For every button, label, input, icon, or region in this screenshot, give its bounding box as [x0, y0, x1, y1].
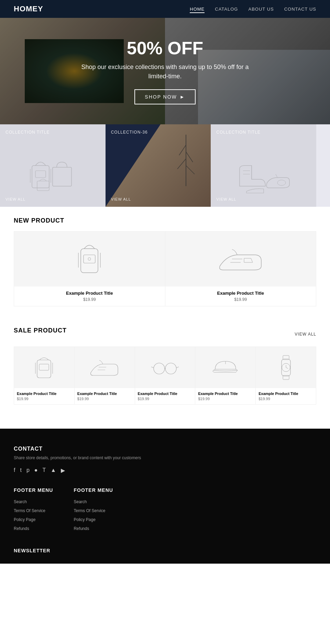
new-product-2-info: Example Product Title $19.99 — [165, 286, 316, 306]
facebook-icon[interactable]: f — [14, 467, 15, 474]
bags-icon — [25, 152, 80, 193]
collection-item-2[interactable]: COLLECTION-36 VIEW ALL — [106, 124, 211, 207]
svg-line-33 — [176, 367, 179, 368]
youtube-icon[interactable]: ▶ — [61, 467, 65, 474]
collection-item-4[interactable] — [316, 124, 330, 207]
sale-product-1-price: $19.99 — [17, 397, 72, 401]
shop-now-button[interactable]: SHOP NOW ► — [134, 89, 195, 104]
newsletter-title: NEWSLETTER — [14, 548, 316, 553]
sale-product-section: SALE PRODUCT VIEW ALL Example Product Ti… — [0, 317, 330, 415]
snapchat-icon[interactable]: ▲ — [51, 467, 56, 474]
nav-item-home[interactable]: HOME — [190, 6, 205, 12]
twig-decoration — [169, 135, 203, 186]
new-product-2-price: $19.99 — [169, 297, 312, 302]
sale-product-item-3[interactable]: Example Product Title $19.99 — [135, 347, 196, 404]
sale-product-1-info: Example Product Title $19.99 — [14, 388, 74, 404]
collection-3-title: COLLECTION TITLE — [216, 130, 260, 135]
shoes-icon — [233, 159, 295, 196]
footer: CONTACT Share store details, promotions,… — [0, 429, 330, 564]
sale-product-2-info: Example Product Title $19.99 — [75, 388, 135, 404]
hero-section: 50% OFF Shop our exclusice collections w… — [0, 18, 330, 124]
nav-item-contact[interactable]: CONTACT US — [284, 6, 316, 12]
hero-title: 50% OFF — [127, 38, 204, 58]
footer-columns: FOOTER MENU Search Terms Of Service Poli… — [14, 487, 316, 534]
svg-line-14 — [276, 174, 277, 178]
new-product-1-info: Example Product Title $19.99 — [14, 286, 165, 306]
footer-link-policy-2[interactable]: Policy Page — [74, 516, 113, 522]
sale-product-3-title: Example Product Title — [138, 392, 192, 396]
nav-item-catalog[interactable]: CATALOG — [215, 6, 238, 12]
nav-links: HOME CATALOG ABOUT US CONTACT US — [190, 6, 316, 12]
footer-link-tos-2[interactable]: Terms Of Service — [74, 507, 113, 513]
new-product-item-1[interactable]: Example Product Title $19.99 — [14, 231, 165, 306]
footer-menu-1-title: FOOTER MENU — [14, 487, 53, 493]
svg-point-29 — [154, 363, 165, 374]
footer-link-policy-1[interactable]: Policy Page — [14, 516, 53, 522]
new-product-1-price: $19.99 — [18, 297, 161, 302]
pinterest-icon[interactable]: p — [26, 467, 30, 474]
collection-1-view-all[interactable]: VIEW ALL — [6, 197, 25, 201]
svg-rect-17 — [84, 255, 95, 263]
twitter-icon[interactable]: t — [20, 467, 21, 474]
sale-product-3-price: $19.99 — [138, 397, 192, 401]
footer-socials: f t p ● T ▲ ▶ — [14, 467, 316, 474]
tumblr-icon[interactable]: T — [42, 467, 46, 474]
svg-rect-5 — [37, 181, 49, 191]
collections-section: COLLECTION TITLE VIEW ALL COLLECTION-36 — [0, 124, 330, 207]
sale-view-all-link[interactable]: VIEW ALL — [295, 332, 316, 337]
sale-product-2-price: $19.99 — [77, 397, 132, 401]
footer-menu-2-title: FOOTER MENU — [74, 487, 113, 493]
collection-2-view-all[interactable]: VIEW ALL — [111, 197, 131, 201]
footer-contact-desc: Share store details, promotions, or bran… — [14, 455, 316, 460]
svg-line-7 — [179, 145, 186, 155]
footer-menu-2-links: Search Terms Of Service Policy Page Refu… — [74, 498, 113, 531]
sale-product-4-image — [195, 347, 255, 388]
footer-link-search-2[interactable]: Search — [74, 498, 113, 505]
sale-product-3-image — [135, 347, 195, 388]
site-logo[interactable]: HOMEY — [14, 4, 43, 13]
collection-3-view-all[interactable]: VIEW ALL — [216, 197, 236, 201]
hero-subtitle: Shop our exclusice collections with savi… — [79, 63, 251, 81]
footer-menu-1: FOOTER MENU Search Terms Of Service Poli… — [14, 487, 53, 534]
new-product-item-2[interactable]: Example Product Title $19.99 — [165, 231, 316, 306]
nav-item-about[interactable]: ABOUT US — [248, 6, 274, 12]
sale-product-5-image — [256, 347, 316, 388]
instagram-icon[interactable]: ● — [34, 467, 38, 474]
sale-product-2-title: Example Product Title — [77, 392, 132, 396]
footer-link-search-1[interactable]: Search — [14, 498, 53, 505]
collection-2-title: COLLECTION-36 — [111, 130, 148, 135]
sale-product-5-title: Example Product Title — [258, 392, 313, 396]
svg-line-8 — [186, 152, 193, 162]
new-product-2-title: Example Product Title — [169, 291, 312, 296]
footer-menu-2: FOOTER MENU Search Terms Of Service Poli… — [74, 487, 113, 534]
sale-product-item-1[interactable]: Example Product Title $19.99 — [14, 347, 75, 404]
navbar: HOMEY HOME CATALOG ABOUT US CONTACT US — [0, 0, 330, 18]
collection-item-1[interactable]: COLLECTION TITLE VIEW ALL — [0, 124, 106, 207]
new-product-1-title: Example Product Title — [18, 291, 161, 296]
svg-point-15 — [277, 180, 286, 185]
new-product-section: NEW PRODUCT Example Product Title $19.99 — [0, 207, 330, 317]
hero-overlay: 50% OFF Shop our exclusice collections w… — [0, 18, 330, 124]
sale-product-title: SALE PRODUCT — [14, 327, 67, 334]
collection-item-3[interactable]: COLLECTION TITLE VIEW ALL — [211, 124, 316, 207]
svg-point-30 — [165, 363, 176, 374]
footer-menu-1-links: Search Terms Of Service Policy Page Refu… — [14, 498, 53, 531]
footer-contact-title: CONTACT — [14, 446, 316, 452]
new-product-2-image — [165, 231, 316, 286]
sale-product-item-2[interactable]: Example Product Title $19.99 — [75, 347, 135, 404]
svg-rect-1 — [35, 171, 46, 178]
sale-product-5-price: $19.99 — [258, 397, 313, 401]
sale-product-4-title: Example Product Title — [198, 392, 253, 396]
svg-point-20 — [88, 258, 91, 260]
svg-rect-4 — [53, 167, 72, 186]
sale-product-item-5[interactable]: Example Product Title $19.99 — [256, 347, 316, 404]
footer-link-refunds-2[interactable]: Refunds — [74, 525, 113, 531]
new-product-title: NEW PRODUCT — [14, 217, 316, 224]
footer-link-refunds-1[interactable]: Refunds — [14, 525, 53, 531]
sale-product-2-image — [75, 347, 135, 388]
sale-product-item-4[interactable]: Example Product Title $19.99 — [195, 347, 256, 404]
collection-2-triangle — [106, 124, 161, 207]
footer-link-tos-1[interactable]: Terms Of Service — [14, 507, 53, 513]
sale-product-4-price: $19.99 — [198, 397, 253, 401]
sale-product-1-image — [14, 347, 74, 388]
